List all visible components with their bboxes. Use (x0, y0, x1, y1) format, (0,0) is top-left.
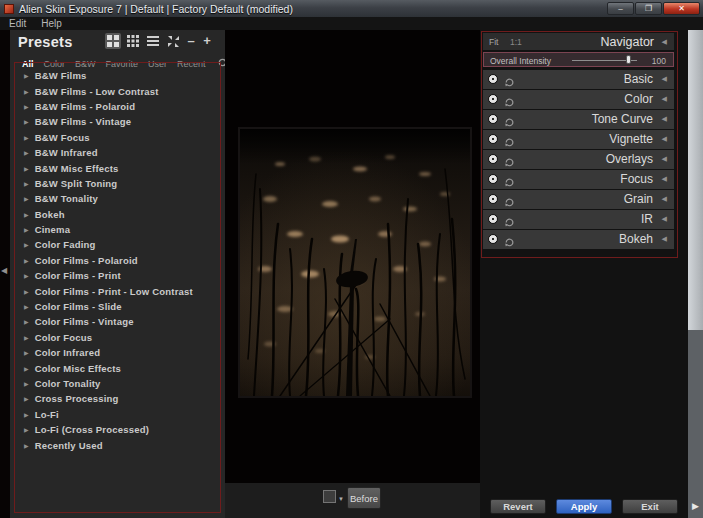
preset-category[interactable]: ▶B&W Split Toning (15, 176, 220, 191)
one-to-one-button[interactable]: 1:1 (510, 37, 522, 47)
preset-category[interactable]: ▶B&W Films - Vintage (15, 114, 220, 129)
preset-category[interactable]: ▶Cross Processing (15, 391, 220, 406)
preset-category[interactable]: ▶Color Tonality (15, 376, 220, 391)
audition-toggle-icon[interactable] (488, 174, 498, 184)
reset-icon[interactable] (504, 114, 515, 125)
menu-help[interactable]: Help (41, 18, 62, 29)
preset-category[interactable]: ▶Color Misc Effects (15, 360, 220, 375)
expand-arrow-icon: ▶ (24, 226, 29, 233)
apply-button[interactable]: Apply (556, 499, 612, 514)
reset-icon[interactable] (504, 234, 515, 245)
expand-arrow-icon: ▶ (24, 365, 29, 372)
audition-toggle-icon[interactable] (488, 214, 498, 224)
audition-toggle-icon[interactable] (488, 154, 498, 164)
revert-button[interactable]: Revert (490, 499, 546, 514)
reset-icon[interactable] (504, 174, 515, 185)
exit-button[interactable]: Exit (622, 499, 678, 514)
reset-icon[interactable] (504, 134, 515, 145)
close-button[interactable]: ✕ (663, 2, 700, 15)
fit-button[interactable]: Fit (489, 37, 498, 47)
reset-icon[interactable] (504, 194, 515, 205)
audition-toggle-icon[interactable] (488, 74, 498, 84)
preset-category[interactable]: ▶B&W Infrared (15, 145, 220, 160)
preset-category[interactable]: ▶B&W Films - Low Contrast (15, 83, 220, 98)
collapse-arrow-icon[interactable]: ◀ (662, 175, 667, 183)
maximize-button[interactable]: ❐ (635, 2, 662, 15)
preset-category[interactable]: ▶Cinema (15, 222, 220, 237)
preset-category[interactable]: ▶B&W Focus (15, 130, 220, 145)
collapse-arrow-icon[interactable]: ◀ (662, 195, 667, 203)
expand-arrow-icon: ▶ (24, 257, 29, 264)
expand-arrow-icon: ▶ (24, 272, 29, 279)
vertical-scrollbar[interactable] (688, 30, 703, 518)
list-view-icon[interactable] (145, 33, 161, 49)
menu-edit[interactable]: Edit (9, 18, 26, 29)
expand-arrow-icon: ▶ (24, 442, 29, 449)
reset-icon[interactable] (504, 94, 515, 105)
preset-category[interactable]: ▶Color Films - Slide (15, 299, 220, 314)
collapse-arrow-icon[interactable]: ◀ (662, 215, 667, 223)
collapse-arrow-icon[interactable]: ◀ (662, 235, 667, 243)
collapse-left-panel-icon[interactable]: ◀ (1, 266, 7, 275)
navigator-header[interactable]: Fit 1:1 Navigator ◀ (483, 33, 674, 50)
preset-category[interactable]: ▶Color Films - Print (15, 268, 220, 283)
audition-toggle-icon[interactable] (488, 134, 498, 144)
grid-3x3-view-icon[interactable] (125, 33, 141, 49)
reset-icon[interactable] (504, 154, 515, 165)
collapse-arrow-icon[interactable]: ◀ (662, 75, 667, 83)
preset-category[interactable]: ▶Color Films - Polaroid (15, 253, 220, 268)
panel-row-overlays[interactable]: Overlays◀ (483, 150, 674, 169)
overall-intensity-row: Overall Intensity 100 (483, 52, 674, 67)
audition-toggle-icon[interactable] (488, 194, 498, 204)
collapse-arrow-icon[interactable]: ◀ (662, 155, 667, 163)
panel-row-tone-curve[interactable]: Tone Curve◀ (483, 110, 674, 129)
grid-2x2-view-icon[interactable] (105, 33, 121, 49)
preset-category[interactable]: ▶Lo-Fi (Cross Processed) (15, 422, 220, 437)
before-button[interactable]: Before (347, 487, 381, 509)
collapse-arrow-icon[interactable]: ◀ (662, 95, 667, 103)
reset-icon[interactable] (504, 214, 515, 225)
scrollbar-thumb[interactable] (688, 30, 703, 330)
zoom-in-icon[interactable]: + (201, 34, 213, 48)
preset-category[interactable]: ▶Color Focus (15, 330, 220, 345)
expand-arrow-icon: ▶ (24, 241, 29, 248)
collapse-arrow-icon[interactable]: ◀ (662, 135, 667, 143)
preset-category[interactable]: ▶Color Films - Vintage (15, 314, 220, 329)
preset-category[interactable]: ▶B&W Films - Polaroid (15, 99, 220, 114)
expand-arrow-icon: ▶ (24, 72, 29, 79)
panel-row-basic[interactable]: Basic◀ (483, 70, 674, 89)
panel-row-ir[interactable]: IR◀ (483, 210, 674, 229)
panel-row-focus[interactable]: Focus◀ (483, 170, 674, 189)
preset-category[interactable]: ▶B&W Tonality (15, 191, 220, 206)
panel-row-vignette[interactable]: Vignette◀ (483, 130, 674, 149)
preset-category[interactable]: ▶B&W Misc Effects (15, 160, 220, 175)
preset-category[interactable]: ▶B&W Films (15, 68, 220, 83)
audition-toggle-icon[interactable] (488, 94, 498, 104)
panel-row-color[interactable]: Color◀ (483, 90, 674, 109)
background-color-swatch[interactable] (323, 490, 336, 503)
preset-category[interactable]: ▶Color Fading (15, 237, 220, 252)
intensity-value: 100 (652, 56, 666, 66)
audition-toggle-icon[interactable] (488, 234, 498, 244)
expand-arrow-icon: ▶ (24, 426, 29, 433)
title-bar: Alien Skin Exposure 7 | Default | Factor… (0, 0, 703, 17)
panel-row-bokeh[interactable]: Bokeh◀ (483, 230, 674, 249)
zoom-out-icon[interactable]: – (185, 34, 197, 48)
window-title: Alien Skin Exposure 7 | Default | Factor… (19, 3, 293, 15)
panel-row-grain[interactable]: Grain◀ (483, 190, 674, 209)
minimize-button[interactable]: – (607, 2, 634, 15)
audition-toggle-icon[interactable] (488, 114, 498, 124)
expand-right-panel-icon[interactable]: ▶ (692, 501, 699, 511)
reset-icon[interactable] (504, 74, 515, 85)
presets-toolbar: – + (105, 33, 213, 49)
preset-category[interactable]: ▶Recently Used (15, 437, 220, 452)
intensity-slider-thumb[interactable] (626, 55, 631, 64)
collapse-arrow-icon[interactable]: ◀ (662, 38, 667, 46)
preset-category[interactable]: ▶Color Infrared (15, 345, 220, 360)
caret-down-icon[interactable]: ▼ (338, 496, 344, 502)
collapse-arrow-icon[interactable]: ◀ (662, 115, 667, 123)
preset-category[interactable]: ▶Bokeh (15, 207, 220, 222)
preset-category[interactable]: ▶Color Films - Print - Low Contrast (15, 283, 220, 298)
collapse-all-icon[interactable] (165, 33, 181, 49)
preset-category[interactable]: ▶Lo-Fi (15, 407, 220, 422)
